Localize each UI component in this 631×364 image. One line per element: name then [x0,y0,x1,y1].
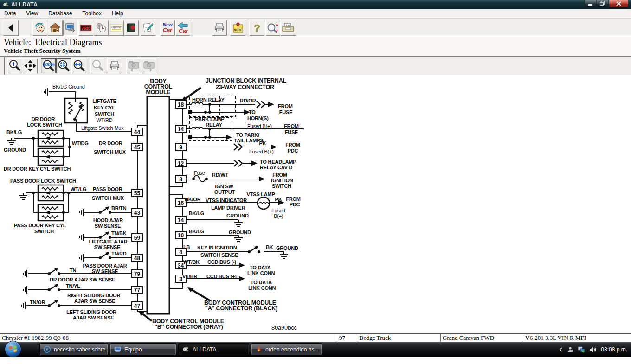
shop-diagnostics-button[interactable] [63,20,78,36]
diagram-label-wtbk: WT/BK [183,259,200,265]
diagram-label-pdl: PASS DOOR LOCK SWITCH [10,178,76,184]
notes-button[interactable]: NOTE [230,20,245,36]
online-button[interactable]: Online [109,20,124,36]
pin-number: 18 [178,102,184,108]
az-search-button[interactable]: AZ [265,20,280,36]
ground-symbol [44,88,48,96]
library-button[interactable] [124,20,139,36]
diagram-label-ff2b: FUSE [285,129,298,135]
svg-text:NOTE: NOTE [233,28,242,32]
pin-number: 14 [178,217,184,224]
diagram-label-ff1a: FROM [278,103,293,109]
start-button[interactable] [5,341,21,358]
junction-dot [205,178,208,180]
wire-pin18 [186,104,268,112]
diagram-label-rsd_w: TN/YL [66,283,80,289]
bottom-strip [0,357,631,364]
diagram-label-lga2: SW SENSE [94,244,120,250]
print-button[interactable] [212,20,227,36]
new-car-button[interactable]: NewCar [160,20,175,36]
menu-help[interactable]: Help [109,9,127,18]
estimate-sheet-button[interactable] [141,20,155,36]
prev-image-button[interactable] [126,58,141,73]
taskbar-item-browser[interactable]: enecesito saber sobre... [39,343,108,356]
print-diagram-button[interactable] [107,58,122,73]
svg-text:100%: 100% [43,62,55,67]
pan-button[interactable] [23,58,38,73]
diagram-label-fpdc1a: FROM [285,142,300,147]
junction-dot [208,111,211,114]
switch-blade-arrow [54,268,58,271]
diagram-label-pdkey1: PASS DOOR KEY CYL [14,223,66,228]
diagram-label-fpdc2a: FROM [286,196,301,202]
help-button[interactable]: ? [249,20,264,36]
taskbar-clock[interactable]: 03:08 p.m. [601,346,627,353]
diagram-label-fusedb3a: Fused [271,208,285,213]
taskbar-item-equipo[interactable]: Equipo [110,343,176,356]
zoom-fit-button[interactable] [56,58,71,73]
next-image-button[interactable] [142,58,156,73]
switch-contact [58,272,60,275]
computer-icon [114,346,121,353]
diagram-label-ff2a: FROM [284,123,299,129]
ground-symbol [23,286,27,294]
tray-user-icon[interactable] [567,346,573,353]
back-button[interactable] [3,20,19,36]
pin-number: 16 [178,200,184,206]
diagram-label-lg_mux: Liftgate Switch Mux [81,125,124,131]
pin-number: 4 [179,249,182,255]
estimator-display-button[interactable]: 7520 [78,20,93,36]
switch-blade-arrow [105,231,109,235]
bcm-box [147,96,169,314]
menu-view[interactable]: View [23,9,41,18]
diagram-label-hood1: HOOD AJAR [93,217,123,223]
pin-number: 14 [178,126,184,133]
switch-blade-arrow [105,252,109,255]
diagram-label-drl1: DR DOOR [32,116,55,122]
zoom-in-button[interactable] [7,58,22,73]
assistant-button[interactable] [32,20,47,36]
document-icon [255,346,262,353]
fax-button[interactable]: FAX [280,20,296,36]
junction-dot [204,136,207,139]
taskbar-item-orden[interactable]: orden encendido hs... [251,343,322,356]
pin-number: 43 [134,210,141,216]
zoom-width-button[interactable] [71,58,86,73]
flow-arrow [239,263,245,268]
alldata-window: ALLDATA Data View Database Toolbox Help … [0,0,631,364]
diagram-label-g3: GROUND [276,245,298,251]
menu-database[interactable]: Database [45,9,75,18]
diagram-label-bkor: BK/OR [185,197,201,202]
zoom-100-button[interactable]: 100% [41,58,56,73]
scheduler-button[interactable] [94,20,109,36]
menu-data[interactable]: Data [1,9,19,18]
zoom-out-button[interactable] [90,58,105,73]
maximize-button[interactable] [597,0,608,7]
menu-toolbox[interactable]: Toolbox [79,9,105,18]
ground-symbol [280,252,288,258]
diagram-label-lsd2: AJAR SW SENSE [73,315,114,320]
ground-symbol [80,234,84,241]
previous-car-button[interactable]: Car [175,20,190,36]
pin-number: 55 [134,190,141,197]
diagram-label-ccdm: CCD BUS (-) [207,259,236,265]
switch-contact [109,256,111,259]
minimize-button[interactable] [585,0,596,7]
svg-text:Online: Online [111,26,122,29]
tray-volume-icon[interactable] [589,346,596,353]
diagram-label-vind1: VTSS INDICATOR [206,198,247,203]
diagram-canvas[interactable]: 444555435948797747181491281614104343 BOD… [0,75,631,333]
close-button[interactable] [609,0,628,8]
diagram-label-tohl2: RELAY CAV D [260,165,293,170]
home-button[interactable] [48,20,63,36]
junction-dot [208,103,211,106]
diagram-label-park2: RELAY [206,122,222,128]
diagram-label-g1w: BK/LG [189,211,204,216]
diagram-label-pda2: SW SENSE [92,268,118,274]
diagram-label-dra1: DR DOOR AJAR SW SENSE [50,277,115,282]
diagram-label-rdor: RD/OR [240,98,256,103]
tray-expand-icon[interactable] [559,347,563,352]
taskbar-item-alldata[interactable]: ALLDATA [178,343,249,356]
diagram-label-wtdg: WT/DG [72,140,89,146]
tray-network-icon[interactable] [578,346,585,353]
